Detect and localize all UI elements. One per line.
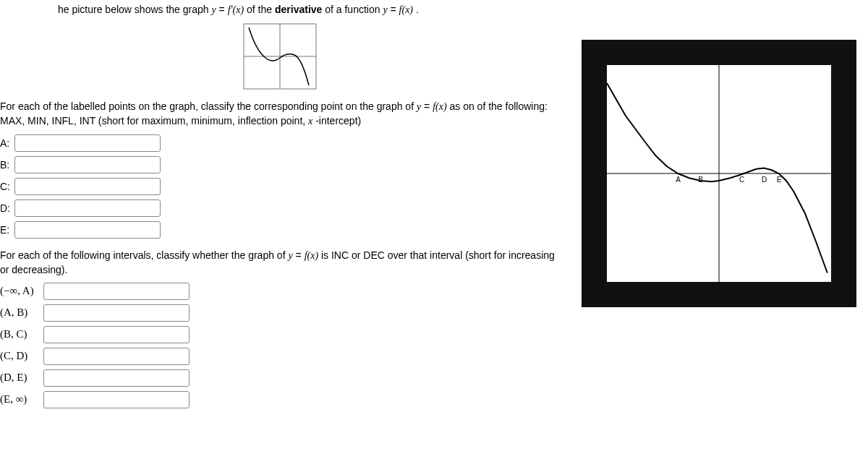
row-int-4: (C, D) xyxy=(0,348,560,365)
sec2-rhs: f(x) xyxy=(305,250,318,261)
label-int-5: (D, E) xyxy=(0,372,43,384)
intro-eq1-rhs: f′(x) xyxy=(228,4,244,15)
input-int-1[interactable] xyxy=(43,283,190,300)
intro-prefix: he picture below shows the graph xyxy=(58,4,211,15)
label-d: D: xyxy=(0,202,14,214)
row-point-a: A: xyxy=(0,134,560,152)
row-point-e: E: xyxy=(0,221,560,239)
intro-suffix1: of a function xyxy=(325,4,383,15)
label-a: A: xyxy=(0,137,14,149)
input-d[interactable] xyxy=(14,200,161,217)
row-point-b: B: xyxy=(0,156,560,173)
row-point-c: C: xyxy=(0,178,560,195)
label-e: E: xyxy=(0,224,14,236)
main-graph: ABCDE xyxy=(607,65,831,282)
input-int-2[interactable] xyxy=(43,304,190,322)
thumbnail-graph xyxy=(0,20,560,93)
sec1-x: x xyxy=(308,116,312,126)
svg-text:C: C xyxy=(739,176,744,184)
row-int-5: (D, E) xyxy=(0,369,560,387)
row-int-3: (B, C) xyxy=(0,326,560,343)
svg-text:B: B xyxy=(698,176,703,184)
row-point-d: D: xyxy=(0,200,560,217)
svg-text:E: E xyxy=(776,176,781,184)
label-b: B: xyxy=(0,159,14,171)
input-b[interactable] xyxy=(14,156,161,173)
input-int-3[interactable] xyxy=(43,326,190,343)
svg-text:D: D xyxy=(762,176,767,184)
section1-instructions: For each of the labelled points on the g… xyxy=(0,100,560,129)
intro-text: he picture below shows the graph y = f′(… xyxy=(0,4,560,16)
intro-eq1-lhs: y xyxy=(211,4,216,15)
row-int-6: (E, ∞) xyxy=(0,391,560,408)
equals-1: = xyxy=(219,4,228,15)
main-graph-frame: ABCDE xyxy=(582,40,856,307)
equals-3: = xyxy=(424,100,433,112)
label-int-2: (A, B) xyxy=(0,306,43,319)
equals-2: = xyxy=(391,4,399,15)
input-e[interactable] xyxy=(14,221,161,239)
label-int-4: (C, D) xyxy=(0,350,43,362)
label-int-1: (−∞, A) xyxy=(0,285,43,297)
section2-instructions: For each of the following intervals, cla… xyxy=(0,249,560,277)
intro-bold: derivative xyxy=(275,4,322,15)
label-c: C: xyxy=(0,181,14,192)
sec2-lhs: y xyxy=(288,250,292,261)
intro-mid: of the xyxy=(247,4,275,15)
intro-eq2-lhs: y xyxy=(383,4,387,15)
input-int-4[interactable] xyxy=(43,348,190,365)
equals-4: = xyxy=(296,249,305,261)
chart-svg: ABCDE xyxy=(607,65,831,282)
sec1-rhs: f(x) xyxy=(433,101,446,112)
sec1-a: For each of the labelled points on the g… xyxy=(0,100,417,112)
label-int-6: (E, ∞) xyxy=(0,393,43,406)
sec1-c: -intercept) xyxy=(315,115,361,126)
row-int-2: (A, B) xyxy=(0,304,560,322)
svg-text:A: A xyxy=(676,176,681,184)
sec1-lhs: y xyxy=(417,101,421,112)
input-a[interactable] xyxy=(14,134,161,152)
input-int-5[interactable] xyxy=(43,369,190,387)
input-c[interactable] xyxy=(14,178,161,195)
row-int-1: (−∞, A) xyxy=(0,283,560,300)
intro-period: . xyxy=(416,4,419,15)
label-int-3: (B, C) xyxy=(0,328,43,340)
input-int-6[interactable] xyxy=(43,391,190,408)
sec2-a: For each of the following intervals, cla… xyxy=(0,249,288,261)
intro-eq2-rhs: f(x) xyxy=(399,4,413,15)
